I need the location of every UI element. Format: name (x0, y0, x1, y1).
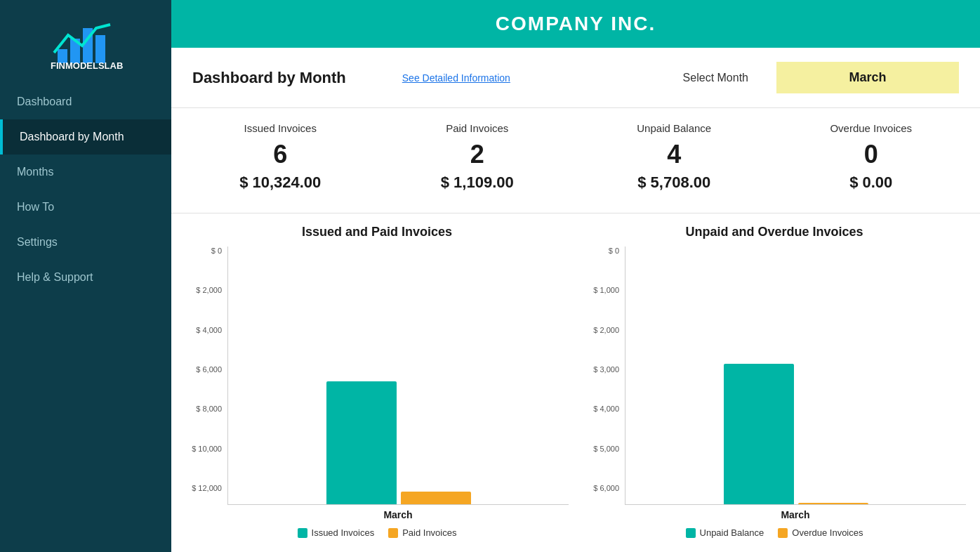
month-selector-button[interactable]: March (776, 62, 959, 93)
chart-right-bars (625, 247, 966, 505)
legend-unpaid-dot (686, 528, 696, 538)
chart-right-wrap: $ 6,000 $ 5,000 $ 4,000 $ 3,000 $ 2,000 … (583, 247, 966, 520)
stat-issued-count: 6 (192, 140, 369, 169)
svg-rect-3 (95, 35, 105, 63)
stat-issued-title: Issued Invoices (192, 122, 369, 134)
page-title: Dashboard by Month (192, 69, 346, 87)
dash-header-row: Dashboard by Month See Detailed Informat… (171, 48, 980, 107)
bar-issued (326, 381, 397, 504)
logo-icon: FINMODELSLAB (44, 14, 128, 70)
company-title: COMPANY INC. (199, 13, 952, 35)
sidebar-item-settings[interactable]: Settings (0, 225, 171, 260)
chart-left-bars (227, 247, 569, 505)
chart-left-title: Issued and Paid Invoices (302, 225, 452, 239)
y-label: $ 3,000 (583, 365, 619, 374)
svg-text:FINMODELSLAB: FINMODELSLAB (51, 60, 123, 70)
sidebar-item-help[interactable]: Help & Support (0, 260, 171, 295)
stat-unpaid-count: 4 (586, 140, 762, 169)
stat-issued: Issued Invoices 6 $ 10,324.00 (185, 115, 376, 199)
chart-left-legend: Issued Invoices Paid Invoices (298, 527, 457, 538)
stat-paid-title: Paid Invoices (390, 122, 566, 134)
chart-left-x-label: March (227, 505, 569, 520)
sidebar: FINMODELSLAB Dashboard Dashboard by Mont… (0, 0, 171, 552)
main-content: COMPANY INC. Dashboard by Month See Deta… (171, 0, 980, 552)
stat-issued-amount: $ 10,324.00 (192, 173, 369, 192)
chart-right-legend: Unpaid Balance Overdue Invoices (686, 527, 863, 538)
sidebar-item-dashboard[interactable]: Dashboard (0, 84, 171, 119)
stat-overdue-title: Overdue Invoices (783, 122, 960, 134)
y-label: $ 0 (583, 247, 619, 255)
legend-paid-label: Paid Invoices (402, 527, 456, 538)
legend-overdue-dot (778, 528, 788, 538)
stat-paid-count: 2 (390, 140, 566, 169)
y-label: $ 12,000 (185, 484, 222, 492)
chart-left-body: March (227, 247, 569, 520)
stat-overdue: Overdue Invoices 0 $ 0.00 (776, 115, 967, 199)
chart-right-title: Unpaid and Overdue Invoices (685, 225, 863, 239)
y-label: $ 8,000 (185, 405, 222, 413)
bar-paid (401, 492, 471, 504)
chart-right-y-axis: $ 6,000 $ 5,000 $ 4,000 $ 3,000 $ 2,000 … (583, 247, 625, 520)
stat-paid: Paid Invoices 2 $ 1,109.00 (383, 115, 573, 199)
chart-left-y-axis: $ 12,000 $ 10,000 $ 8,000 $ 6,000 $ 4,00… (185, 247, 227, 520)
y-label: $ 2,000 (185, 286, 222, 294)
y-label: $ 6,000 (185, 365, 222, 374)
issued-paid-chart: Issued and Paid Invoices $ 12,000 $ 10,0… (185, 221, 569, 538)
y-label: $ 4,000 (583, 405, 619, 413)
y-label: $ 10,000 (185, 445, 222, 453)
legend-issued: Issued Invoices (298, 527, 375, 538)
sidebar-item-how-to[interactable]: How To (0, 190, 171, 225)
legend-paid: Paid Invoices (388, 527, 456, 538)
y-label: $ 0 (185, 247, 222, 255)
company-header: COMPANY INC. (171, 0, 980, 48)
legend-issued-dot (298, 528, 307, 538)
unpaid-overdue-chart: Unpaid and Overdue Invoices $ 6,000 $ 5,… (583, 221, 966, 538)
legend-overdue: Overdue Invoices (778, 527, 863, 538)
sidebar-item-months[interactable]: Months (0, 155, 171, 190)
stat-unpaid-amount: $ 5,708.00 (586, 173, 762, 192)
y-label: $ 1,000 (583, 286, 619, 294)
y-label: $ 5,000 (583, 445, 619, 453)
y-label: $ 4,000 (185, 326, 222, 334)
stat-paid-amount: $ 1,109.00 (390, 173, 566, 192)
stat-overdue-amount: $ 0.00 (783, 173, 960, 192)
stats-row: Issued Invoices 6 $ 10,324.00 Paid Invoi… (171, 107, 980, 213)
legend-overdue-label: Overdue Invoices (792, 527, 863, 538)
legend-paid-dot (388, 528, 398, 538)
y-label: $ 6,000 (583, 484, 619, 492)
y-label: $ 2,000 (583, 326, 619, 334)
stat-unpaid: Unpaid Balance 4 $ 5,708.00 (579, 115, 769, 199)
chart-left-wrap: $ 12,000 $ 10,000 $ 8,000 $ 6,000 $ 4,00… (185, 247, 569, 520)
select-month-label: Select Month (683, 72, 748, 84)
legend-unpaid-label: Unpaid Balance (700, 527, 764, 538)
see-detailed-link[interactable]: See Detailed Information (402, 72, 510, 84)
bar-unpaid (724, 364, 794, 504)
bar-overdue (798, 503, 868, 504)
stat-overdue-count: 0 (783, 140, 960, 169)
legend-issued-label: Issued Invoices (312, 527, 375, 538)
charts-area: Issued and Paid Invoices $ 12,000 $ 10,0… (171, 213, 980, 552)
chart-right-body: March (625, 247, 966, 520)
logo-area: FINMODELSLAB (0, 0, 171, 84)
sidebar-item-dashboard-month[interactable]: Dashboard by Month (0, 119, 171, 155)
stat-unpaid-title: Unpaid Balance (586, 122, 762, 134)
legend-unpaid: Unpaid Balance (686, 527, 764, 538)
chart-right-x-label: March (625, 505, 966, 520)
